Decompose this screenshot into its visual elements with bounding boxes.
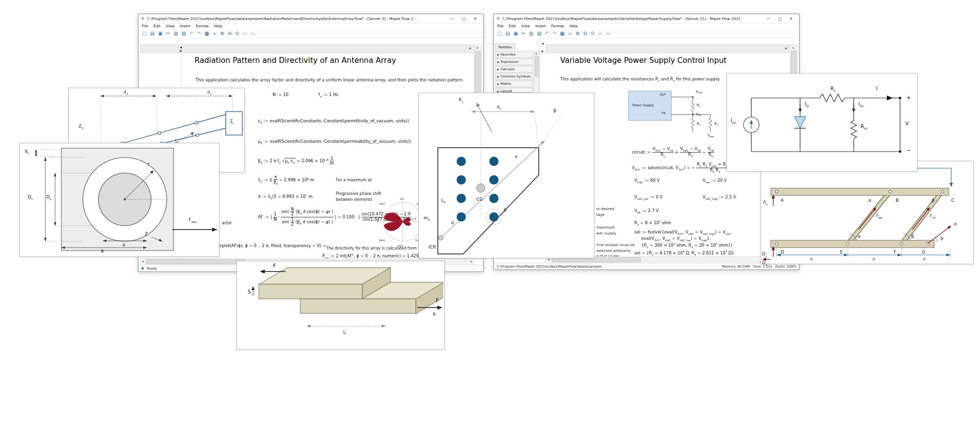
math-r2[interactable]: R2 = 8 × 103 ohm — [634, 220, 671, 226]
math-sol-2[interactable]: eval(VOUT, VDAC = VDAC_low) = Vhigh}, — [641, 236, 711, 242]
palette-expand-icon[interactable]: ▶ — [497, 82, 499, 85]
math-mu0[interactable]: μ0 := evalf(ScientificConstants:-Constan… — [258, 139, 411, 145]
math-polarplot[interactable]: polarplot(AF(ϕ), ϕ = 0 .. 2 π, filled, t… — [211, 243, 326, 248]
close-button[interactable]: ✕ — [473, 17, 477, 21]
annotation-fragment: One resistor must be — [596, 243, 635, 247]
redo-icon[interactable]: ↷ — [552, 31, 556, 36]
solar-i-label: I — [876, 86, 878, 91]
zoom-out-icon[interactable]: ⊖ — [583, 31, 587, 36]
psu-r2-label: R2 — [697, 122, 701, 127]
new-document-icon[interactable]: ▢ — [142, 31, 146, 36]
palette-expand-icon[interactable]: ▶ — [497, 53, 499, 56]
math-circuit[interactable]: circuit := VOUT − VFBR1 + VDAC − VFBR3 −… — [632, 147, 714, 158]
palette-group[interactable]: ▶ Calculus — [495, 66, 533, 73]
palette-group[interactable]: ▶ Common Symbols — [495, 73, 533, 80]
math-sol-1[interactable]: sol := fsolve({eval(VOUT, VDAC = VDAC_hi… — [634, 230, 731, 235]
palette-group[interactable]: ▶ Matrix — [495, 80, 533, 87]
math-vfb[interactable]: VFB := 2.7 V — [634, 208, 659, 214]
palette-expand-icon[interactable]: ▶ — [497, 68, 499, 71]
window-cascade-icon[interactable]: ▭ — [606, 31, 610, 36]
open-folder-icon[interactable]: ▤ — [505, 31, 510, 36]
menu-item[interactable]: Edit — [154, 24, 161, 28]
minimize-button[interactable]: — — [451, 17, 454, 21]
menu-item[interactable]: View — [166, 24, 175, 28]
copy-icon[interactable]: ▥ — [529, 31, 533, 36]
lap-joint-figure — [237, 261, 443, 348]
math-epsilon0[interactable]: ϵ0 := evalf(ScientificConstants:-Constan… — [258, 118, 409, 124]
palettes-tab[interactable]: Palettes — [495, 43, 515, 51]
collapse-panel-icon[interactable]: « — [784, 46, 787, 51]
link-icon[interactable]: ∞ — [568, 31, 572, 36]
zoom-reset-icon[interactable]: ⊙ — [590, 31, 594, 36]
math-beta0[interactable]: β0 := 2 π fd √μ0 ϵ0 = 2.096 × 10−8 1m — [258, 156, 334, 166]
math-vdac-low[interactable]: VDAC_low := 0 V — [634, 194, 663, 200]
mechanical-diagram-card: be Dh Dp r Fapp Z a R — [20, 143, 219, 257]
menu-item[interactable]: File — [142, 24, 148, 28]
link-icon[interactable]: ∞ — [213, 31, 216, 36]
menu-item[interactable]: Help — [214, 24, 222, 28]
palette-expand-icon[interactable]: ▶ — [497, 75, 499, 78]
window-tile-icon[interactable]: ▭ — [598, 31, 602, 36]
truss-alpha-bottom-label: α — [858, 234, 861, 239]
collapse-panel-icon[interactable]: « — [469, 46, 471, 51]
save-icon[interactable]: ▣ — [513, 31, 518, 36]
cut-icon[interactable]: ✂ — [521, 31, 525, 36]
palette-group[interactable]: ▶ Favorites — [495, 51, 533, 58]
math-sol-result[interactable]: sol = {R1 = 4.178 × 104 Ω, R3 = 2.611 × … — [634, 250, 734, 256]
window-tile-icon[interactable]: ▭ — [242, 31, 247, 36]
math-d[interactable]: d := λd/3 = 9.993 × 107 m — [258, 194, 313, 200]
menu-item[interactable]: Help — [569, 24, 578, 28]
close-button[interactable]: ✕ — [789, 17, 793, 21]
zoom-out-icon[interactable]: ⊖ — [228, 31, 232, 36]
math-fd[interactable]: fd := 1 Hz — [318, 92, 338, 98]
menu-item[interactable]: Insert — [535, 24, 546, 28]
splitter-left-icon[interactable]: ◀ — [542, 42, 544, 45]
maximize-button[interactable]: □ — [778, 17, 782, 21]
grid-icon[interactable]: ▦ — [560, 31, 564, 36]
splitter-right-icon[interactable]: ▶ — [542, 50, 544, 53]
paste-icon[interactable]: ▧ — [181, 31, 186, 36]
math-vdac-high[interactable]: VDAC_high := 2.5 V — [703, 194, 736, 200]
math-vlow[interactable]: Vlow := 20 V — [703, 178, 727, 184]
redo-icon[interactable]: ↷ — [197, 31, 201, 36]
zoom-in-icon[interactable]: ⊕ — [575, 31, 579, 36]
grid-icon[interactable]: ▦ — [204, 31, 209, 36]
window-cascade-icon[interactable]: ▭ — [251, 31, 255, 36]
new-document-icon[interactable]: ▢ — [497, 31, 502, 36]
menu-item[interactable]: Format — [551, 24, 564, 28]
math-sol-3[interactable]: {R1 = 300 × 103 ohm, R3 = 20 × 103 ohm}) — [641, 242, 732, 249]
solar-ish-label: Ish — [859, 102, 863, 108]
math-vhigh[interactable]: Vhigh := 60 V — [634, 178, 660, 184]
palette-expand-icon[interactable]: ▶ — [497, 60, 499, 63]
menu-item[interactable]: Edit — [509, 24, 516, 28]
title-bar[interactable]: ✳ C:\Program Files\Maple 2021\toolbox\Ma… — [138, 14, 483, 23]
menu-item[interactable]: Insert — [180, 24, 191, 28]
open-folder-icon[interactable]: ▤ — [150, 31, 154, 36]
truss-b-label: B — [896, 198, 899, 203]
ready-status-icon — [141, 267, 144, 270]
splitter-left-icon[interactable]: ◀ — [180, 46, 182, 49]
copy-icon[interactable]: ▥ — [174, 31, 178, 36]
math-n[interactable]: N := 10 — [273, 92, 289, 97]
undo-icon[interactable]: ↶ — [190, 31, 194, 36]
solar-v-label: V — [905, 121, 909, 126]
menu-item[interactable]: File — [497, 24, 504, 28]
menu-item[interactable]: View — [521, 24, 530, 28]
title-bar[interactable]: ✳ C:\Program Files\Maple 2021\toolbox\Ma… — [494, 14, 799, 23]
zoom-reset-icon[interactable]: ⊙ — [235, 31, 239, 36]
math-lambda[interactable]: λd := 2 πβ0 = 2.998 × 108 m — [258, 175, 314, 186]
truss-beta-top-label: β — [932, 198, 935, 203]
save-icon[interactable]: ▣ — [158, 31, 162, 36]
zoom-in-icon[interactable]: ⊕ — [220, 31, 224, 36]
maximize-button[interactable]: □ — [462, 17, 466, 21]
menu-item[interactable]: Format — [196, 24, 208, 28]
solar-minus-label: − — [906, 148, 911, 153]
annotation-fragment: maximum — [596, 225, 615, 230]
palette-group[interactable]: ▶ Expression — [495, 58, 533, 65]
cut-icon[interactable]: ✂ — [166, 31, 170, 36]
undo-icon[interactable]: ↶ — [545, 31, 549, 36]
paste-icon[interactable]: ▧ — [537, 31, 541, 36]
minimize-button[interactable]: — — [766, 17, 770, 21]
math-vout-solve[interactable]: VOUT := solve(circuit, VOUT) = − R1 R2 V… — [632, 162, 734, 174]
bolt-m0-label: m0 — [424, 216, 430, 221]
